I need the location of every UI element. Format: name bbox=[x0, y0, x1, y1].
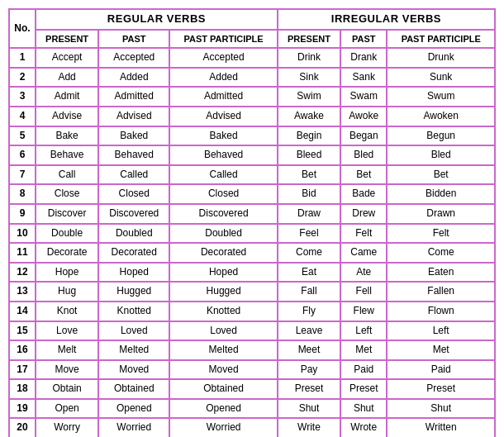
irregular-past: Shut bbox=[340, 399, 387, 419]
regular-present: Hope bbox=[36, 263, 98, 283]
regular-present: Love bbox=[36, 321, 98, 341]
row-number: 20 bbox=[9, 418, 36, 437]
irregular-pp: Drunk bbox=[387, 48, 495, 68]
regular-past: Melted bbox=[98, 340, 169, 360]
regular-past: Opened bbox=[98, 399, 169, 419]
row-number: 11 bbox=[9, 243, 36, 263]
row-number: 17 bbox=[9, 360, 36, 380]
regular-verbs-header: REGULAR VERBS bbox=[36, 9, 278, 30]
regular-present: Call bbox=[36, 165, 98, 185]
no-header: No. bbox=[9, 9, 36, 48]
regular-present: Bake bbox=[36, 126, 98, 146]
table-row: 10DoubleDoubledDoubledFeelFeltFelt bbox=[9, 224, 495, 244]
regular-pp: Melted bbox=[169, 340, 278, 360]
regular-past: Doubled bbox=[98, 224, 169, 244]
row-number: 10 bbox=[9, 224, 36, 244]
regular-pp: Worried bbox=[169, 418, 278, 437]
regular-present: Move bbox=[36, 360, 98, 380]
irregular-past: Bet bbox=[340, 165, 387, 185]
table-row: 1AcceptAcceptedAcceptedDrinkDrankDrunk bbox=[9, 48, 495, 68]
irregular-past: Wrote bbox=[340, 418, 387, 437]
irregular-past: Drank bbox=[340, 48, 387, 68]
regular-present: Worry bbox=[36, 418, 98, 437]
irregular-past: Began bbox=[340, 126, 387, 146]
regular-pp: Knotted bbox=[169, 302, 278, 321]
irregular-past: Fell bbox=[340, 282, 387, 302]
row-number: 1 bbox=[9, 48, 36, 68]
regular-past: Called bbox=[98, 165, 169, 185]
row-number: 9 bbox=[9, 204, 36, 224]
regular-present: Double bbox=[36, 224, 98, 244]
irregular-pp: Swum bbox=[387, 87, 495, 107]
regular-present: Hug bbox=[36, 282, 98, 302]
regular-past: Baked bbox=[98, 126, 169, 146]
regular-past: Hugged bbox=[98, 282, 169, 302]
regular-past-header: PAST bbox=[98, 30, 169, 48]
row-number: 7 bbox=[9, 165, 36, 185]
table-row: 17MoveMovedMovedPayPaidPaid bbox=[9, 360, 495, 380]
row-number: 14 bbox=[9, 302, 36, 321]
irregular-pp: Bet bbox=[387, 165, 495, 185]
irregular-past: Sank bbox=[340, 68, 387, 88]
irregular-present: Feel bbox=[278, 224, 340, 244]
regular-past: Behaved bbox=[98, 145, 169, 165]
regular-pp: Hoped bbox=[169, 263, 278, 283]
row-number: 12 bbox=[9, 263, 36, 283]
irregular-pp: Felt bbox=[387, 224, 495, 244]
irregular-present: Swim bbox=[278, 87, 340, 107]
irregular-past: Awoke bbox=[340, 107, 387, 126]
regular-present: Open bbox=[36, 399, 98, 419]
regular-pp: Obtained bbox=[169, 379, 278, 399]
irregular-past: Came bbox=[340, 243, 387, 263]
table-row: 8CloseClosedClosedBidBadeBidden bbox=[9, 184, 495, 204]
table-row: 15LoveLovedLovedLeaveLeftLeft bbox=[9, 321, 495, 341]
regular-pp: Discovered bbox=[169, 204, 278, 224]
regular-past: Accepted bbox=[98, 48, 169, 68]
irregular-pp: Eaten bbox=[387, 263, 495, 283]
irregular-present: Fly bbox=[278, 302, 340, 321]
regular-present: Obtain bbox=[36, 379, 98, 399]
irregular-pp: Bled bbox=[387, 145, 495, 165]
table-row: 18ObtainObtainedObtainedPresetPresetPres… bbox=[9, 379, 495, 399]
irregular-past: Paid bbox=[340, 360, 387, 380]
irregular-present: Fall bbox=[278, 282, 340, 302]
irregular-present: Write bbox=[278, 418, 340, 437]
row-number: 4 bbox=[9, 107, 36, 126]
row-number: 6 bbox=[9, 145, 36, 165]
regular-pp: Loved bbox=[169, 321, 278, 341]
irregular-present: Shut bbox=[278, 399, 340, 419]
irregular-pp: Come bbox=[387, 243, 495, 263]
irregular-pp: Drawn bbox=[387, 204, 495, 224]
irregular-verbs-header: IRREGULAR VERBS bbox=[278, 9, 495, 30]
regular-pp: Hugged bbox=[169, 282, 278, 302]
irregular-past: Ate bbox=[340, 263, 387, 283]
regular-present: Add bbox=[36, 68, 98, 88]
row-number: 13 bbox=[9, 282, 36, 302]
table-row: 3AdmitAdmittedAdmittedSwimSwamSwum bbox=[9, 87, 495, 107]
irregular-present: Begin bbox=[278, 126, 340, 146]
irregular-present: Preset bbox=[278, 379, 340, 399]
row-number: 3 bbox=[9, 87, 36, 107]
row-number: 8 bbox=[9, 184, 36, 204]
irregular-present: Meet bbox=[278, 340, 340, 360]
regular-past: Moved bbox=[98, 360, 169, 380]
regular-past: Decorated bbox=[98, 243, 169, 263]
regular-present-header: PRESENT bbox=[36, 30, 98, 48]
regular-present: Discover bbox=[36, 204, 98, 224]
regular-pp: Moved bbox=[169, 360, 278, 380]
regular-past: Loved bbox=[98, 321, 169, 341]
irregular-pp: Paid bbox=[387, 360, 495, 380]
irregular-present-header: PRESENT bbox=[278, 30, 340, 48]
regular-past: Admitted bbox=[98, 87, 169, 107]
regular-pp: Closed bbox=[169, 184, 278, 204]
row-number: 15 bbox=[9, 321, 36, 341]
regular-pp: Accepted bbox=[169, 48, 278, 68]
irregular-present: Come bbox=[278, 243, 340, 263]
row-number: 2 bbox=[9, 68, 36, 88]
irregular-pp: Preset bbox=[387, 379, 495, 399]
row-number: 16 bbox=[9, 340, 36, 360]
table-row: 14KnotKnottedKnottedFlyFlewFlown bbox=[9, 302, 495, 321]
irregular-past: Bade bbox=[340, 184, 387, 204]
regular-present: Admit bbox=[36, 87, 98, 107]
table-row: 13HugHuggedHuggedFallFellFallen bbox=[9, 282, 495, 302]
